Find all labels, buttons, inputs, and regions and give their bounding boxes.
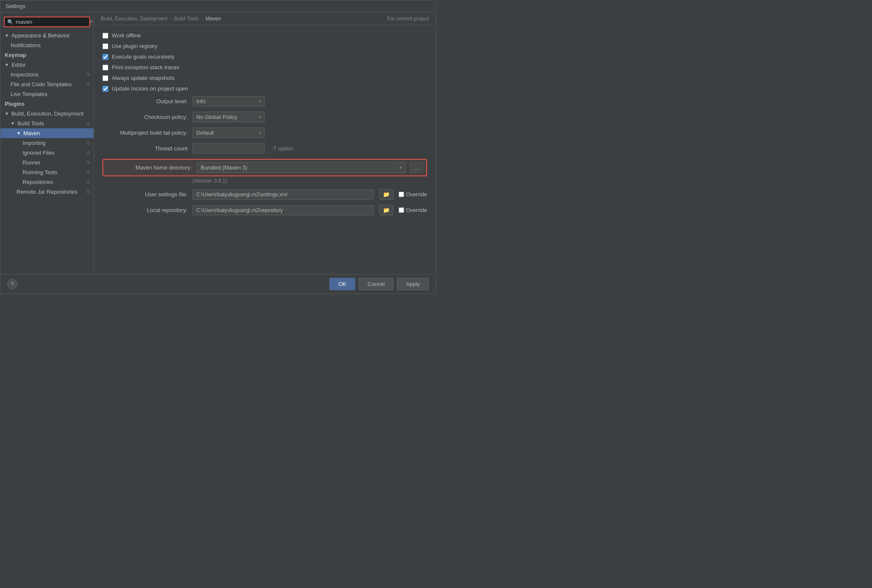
sidebar: 🔍 ✕ ▼ Appearance & Behavior Notification… [0, 12, 94, 274]
dialog-footer: ? OK Cancel Apply [0, 274, 436, 294]
sidebar-item-plugins[interactable]: Plugins [0, 99, 93, 109]
sidebar-item-keymap[interactable]: Keymap [0, 50, 93, 60]
print-stack-traces-label: Print exception stack traces [112, 64, 179, 71]
user-settings-row: User settings file: 📁 Override [102, 189, 427, 200]
sidebar-item-build-tools[interactable]: ▼ Build Tools ⧉ [0, 119, 93, 128]
sidebar-item-maven[interactable]: ▼ Maven ⧉ [0, 128, 93, 138]
triangle-icon: ▼ [11, 121, 15, 126]
multiproject-fail-label: Multiproject build fail policy: [102, 130, 187, 136]
thread-count-input[interactable] [193, 143, 265, 154]
work-offline-row: Work offline [102, 32, 427, 39]
always-update-label: Always update snapshots [112, 75, 174, 81]
local-repo-override-checkbox[interactable] [399, 207, 404, 213]
print-stack-traces-row: Print exception stack traces [102, 64, 427, 71]
thread-count-row: Thread count -T option [102, 143, 427, 154]
local-repo-input[interactable] [193, 205, 374, 215]
local-repo-browse-button[interactable]: 📁 [379, 205, 394, 215]
search-icon: 🔍 [7, 19, 14, 25]
help-button[interactable]: ? [7, 279, 17, 289]
execute-goals-checkbox[interactable] [102, 54, 108, 60]
cancel-button[interactable]: Cancel [359, 278, 394, 290]
triangle-icon: ▼ [5, 62, 9, 67]
triangle-icon: ▼ [17, 131, 21, 136]
checksum-policy-label: Checksum policy: [102, 114, 187, 120]
dropdown-arrow-icon: ▾ [259, 130, 261, 135]
maven-version-note: (Version: 3.6.1) [193, 178, 427, 184]
settings-panel: Work offline Use plugin registry Execute… [94, 25, 436, 274]
sidebar-item-running-tests[interactable]: Running Tests ⧉ [0, 167, 93, 177]
user-settings-browse-button[interactable]: 📁 [379, 189, 394, 200]
copy-icon: ⧉ [87, 130, 90, 136]
dropdown-arrow-icon: ▾ [259, 115, 261, 119]
print-stack-traces-checkbox[interactable] [102, 65, 108, 71]
clear-icon[interactable]: ✕ [89, 19, 93, 25]
sidebar-item-file-code-templates[interactable]: File and Code Templates ⧉ [0, 79, 93, 89]
multiproject-fail-select[interactable]: Default ▾ [193, 127, 265, 138]
sidebar-item-importing[interactable]: Importing ⧉ [0, 138, 93, 148]
dropdown-arrow-icon: ▾ [399, 165, 402, 170]
sidebar-item-build-exec[interactable]: ▼ Build, Execution, Deployment [0, 109, 93, 119]
dropdown-arrow-icon: ▾ [259, 99, 261, 104]
ok-button[interactable]: OK [329, 278, 355, 290]
update-indices-row: Update Incices on project open [102, 85, 427, 92]
copy-icon: ⧉ [87, 140, 90, 146]
search-input[interactable] [16, 19, 87, 25]
sidebar-item-appearance[interactable]: ▼ Appearance & Behavior [0, 31, 93, 40]
sidebar-item-notifications[interactable]: Notifications [0, 40, 93, 50]
copy-icon: ⧉ [87, 121, 90, 126]
execute-goals-label: Execute goals recursively [112, 54, 174, 60]
execute-goals-row: Execute goals recursively [102, 54, 427, 60]
always-update-checkbox[interactable] [102, 75, 108, 81]
user-settings-override: Override [399, 191, 427, 198]
user-settings-input[interactable] [193, 189, 374, 200]
dialog-body: 🔍 ✕ ▼ Appearance & Behavior Notification… [0, 12, 436, 274]
search-box[interactable]: 🔍 ✕ [4, 17, 90, 27]
sidebar-item-editor[interactable]: ▼ Editor [0, 60, 93, 70]
copy-icon: ⧉ [87, 72, 90, 77]
maven-home-row: Maven home directory: Bundled (Maven 3) … [102, 159, 427, 176]
sidebar-item-repositories[interactable]: Repositories ⧉ [0, 177, 93, 187]
apply-button[interactable]: Apply [397, 278, 429, 290]
triangle-icon: ▼ [5, 33, 9, 38]
copy-icon: ⧉ [87, 160, 90, 165]
sidebar-item-remote-jar[interactable]: Remote Jar Repositories ⧉ [0, 187, 93, 197]
main-content: Build, Execution, Deployment › Build Too… [94, 12, 436, 274]
maven-home-browse-button[interactable]: … [411, 163, 423, 172]
checksum-policy-row: Checksum policy: No Global Policy ▾ [102, 112, 427, 122]
settings-dialog: Settings 🔍 ✕ ▼ Appearance & Behavior Not… [0, 0, 436, 294]
update-indices-label: Update Incices on project open [112, 85, 188, 92]
maven-home-select[interactable]: Bundled (Maven 3) ▾ [197, 162, 405, 173]
sidebar-item-ignored-files[interactable]: Ignored Files ⧉ [0, 148, 93, 158]
copy-icon: ⧉ [87, 170, 90, 175]
work-offline-checkbox[interactable] [102, 33, 108, 39]
use-plugin-registry-row: Use plugin registry [102, 43, 427, 49]
dialog-title: Settings [0, 0, 436, 12]
copy-icon: ⧉ [87, 82, 90, 87]
copy-icon: ⧉ [87, 189, 90, 195]
use-plugin-registry-label: Use plugin registry [112, 43, 158, 49]
sidebar-item-live-templates[interactable]: Live Templates [0, 89, 93, 99]
override-user-label: Override [406, 191, 427, 198]
local-repo-row: Local repository: 📁 Override [102, 205, 427, 215]
user-settings-label: User settings file: [102, 191, 187, 198]
for-project-label: For current project [387, 16, 429, 22]
override-local-label: Override [406, 207, 427, 213]
output-level-select[interactable]: Info ▾ [193, 96, 265, 107]
breadcrumb: Build, Execution, Deployment › Build Too… [94, 12, 436, 25]
maven-home-label: Maven home directory: [107, 164, 192, 171]
copy-icon: ⧉ [87, 150, 90, 155]
local-repo-override: Override [399, 207, 427, 213]
copy-icon: ⧉ [87, 179, 90, 185]
sidebar-item-runner[interactable]: Runner ⧉ [0, 158, 93, 167]
use-plugin-registry-checkbox[interactable] [102, 43, 108, 49]
output-level-row: Output level: Info ▾ [102, 96, 427, 107]
always-update-row: Always update snapshots [102, 75, 427, 81]
user-settings-override-checkbox[interactable] [399, 192, 404, 197]
update-indices-checkbox[interactable] [102, 86, 108, 92]
sidebar-item-inspections[interactable]: Inspections ⧉ [0, 70, 93, 79]
local-repo-label: Local repository: [102, 207, 187, 213]
triangle-icon: ▼ [5, 111, 9, 116]
work-offline-label: Work offline [112, 32, 141, 39]
checksum-policy-select[interactable]: No Global Policy ▾ [193, 112, 265, 122]
thread-count-label: Thread count [102, 145, 187, 152]
